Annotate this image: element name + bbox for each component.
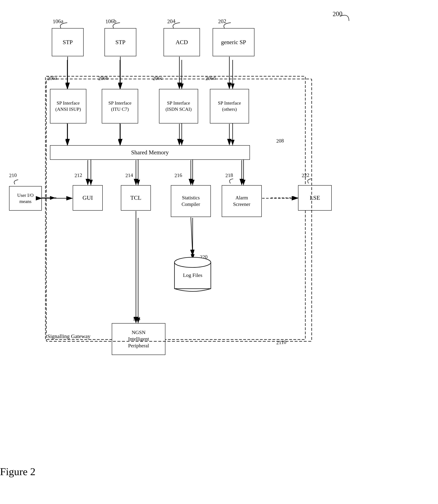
figure-caption: Figure 2 <box>0 465 438 478</box>
signalling-gateway-label: Signalling Gateway <box>47 333 90 339</box>
ref-206a: 206a <box>47 75 57 82</box>
stp2-box: STP <box>105 28 136 56</box>
ref-108: 108 <box>132 316 141 322</box>
ref-106a: 106a <box>53 18 64 24</box>
ref-110: 2110 <box>276 339 286 346</box>
ngsn-box: NGSNIntelligentPeripheral <box>112 323 165 355</box>
statistics-compiler-box: StatisticsCompiler <box>171 185 211 217</box>
lse-box: LSE <box>298 185 332 210</box>
ref-216: 216 <box>174 172 182 178</box>
tcl-box: TCL <box>121 185 151 210</box>
ref-204: 204 <box>167 18 175 24</box>
ref-206d: 206d <box>205 75 216 82</box>
sp-interface-ansi-box: SP Interface(ANSI ISUP) <box>50 89 86 124</box>
ref-206c: 206c <box>153 75 163 82</box>
sp-interface-isdn-box: SP Interface(ISDN SCAI) <box>159 89 198 124</box>
ref-222: 222 <box>302 172 309 178</box>
gui-box: GUI <box>73 185 103 210</box>
ref-200: 200 <box>332 10 342 18</box>
svg-text:Log Files: Log Files <box>183 272 202 278</box>
alarm-screener-box: AlarmScreener <box>222 185 262 217</box>
sp-interface-others-box: SP Interface(others) <box>210 89 249 124</box>
ref-208: 208 <box>276 138 284 144</box>
diagram-svg <box>0 0 438 504</box>
log-files-cylinder: Log Files <box>173 256 213 292</box>
ref-106b: 106b <box>105 18 117 24</box>
ref-210: 210 <box>9 172 17 178</box>
ref-206b: 206b <box>98 75 109 82</box>
ref-202: 202 <box>218 18 226 24</box>
ref-218: 218 <box>225 172 233 178</box>
ref-214: 214 <box>125 172 133 178</box>
stp1-box: STP <box>52 28 84 56</box>
shared-memory-box: Shared Memory <box>50 145 250 160</box>
generic-sp-box: generic SP <box>213 28 254 56</box>
acd-box: ACD <box>164 28 200 56</box>
sp-interface-itu-box: SP Interface(ITU C7) <box>102 89 138 124</box>
diagram: 200 106a 106b 204 202 206a 206b 206c 206… <box>0 0 438 504</box>
svg-point-22 <box>175 257 211 267</box>
user-io-box: User I/Omeans <box>9 186 42 210</box>
ref-212: 212 <box>74 172 82 178</box>
